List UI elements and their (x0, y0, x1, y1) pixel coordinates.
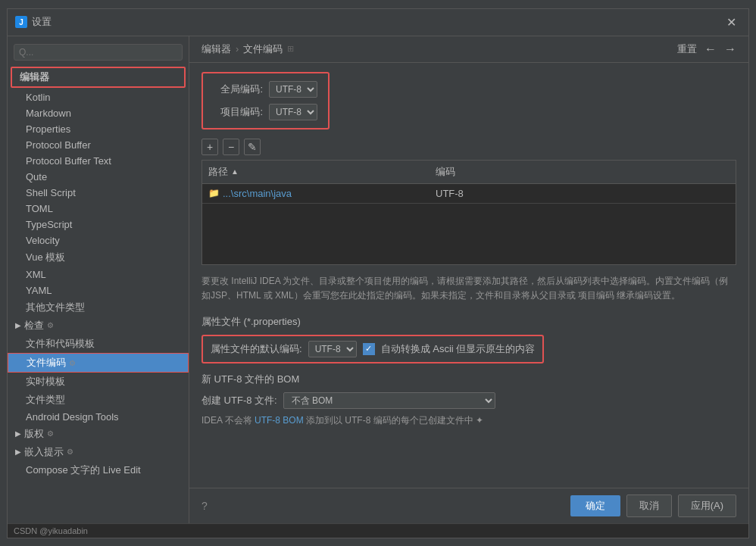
sidebar-item-markdown[interactable]: Markdown (8, 105, 189, 121)
setting-icon: ⚙ (47, 321, 54, 329)
header-actions: 重置 ← → (677, 42, 736, 56)
properties-encoding-select[interactable]: UTF-8 (308, 341, 357, 357)
info-text: 要更改 IntelliJ IDEA 为文件、目录或整个项目使用的编码，请根据需要… (201, 274, 736, 303)
sidebar-item-xml[interactable]: XML (8, 267, 189, 282)
properties-title: 属性文件 (*.properties) (201, 315, 736, 329)
title-bar: J 设置 ✕ (8, 9, 748, 36)
sidebar: 编辑器 Kotlin Markdown Properties Protocol … (8, 36, 189, 523)
properties-row: 属性文件的默认编码: UTF-8 自动转换成 Ascii 但显示原生的内容 (201, 335, 544, 363)
encoding-section: 全局编码: UTF-8 项目编码: UTF-8 (201, 72, 330, 129)
bom-info-highlight: UTF-8 BOM (255, 415, 304, 426)
edit-button[interactable]: ✎ (244, 139, 261, 155)
watermark-bar: CSDN @yikuadabin (8, 523, 748, 538)
global-encoding-select[interactable]: UTF-8 (269, 81, 317, 98)
search-input[interactable] (14, 44, 183, 61)
encoding-table: 路径 ▲ 编码 📁 ...\src\main\java UTF-8 (201, 160, 736, 265)
bom-create-select[interactable]: 不含 BOM (283, 392, 495, 409)
project-encoding-select[interactable]: UTF-8 (269, 104, 317, 120)
properties-section: 属性文件 (*.properties) 属性文件的默认编码: UTF-8 自动转… (201, 315, 736, 363)
bom-info-after: 添加到以 UTF-8 编码的每个已创建文件中 ✦ (304, 415, 483, 426)
close-button[interactable]: ✕ (722, 14, 741, 31)
sort-icon: ▲ (231, 167, 239, 176)
sidebar-item-protocol-buffer-text[interactable]: Protocol Buffer Text (8, 153, 189, 169)
dialog-content: 编辑器 Kotlin Markdown Properties Protocol … (8, 36, 748, 523)
path-cell: 📁 ...\src\main\java (202, 186, 430, 201)
sidebar-item-file-code-templates[interactable]: 文件和代码模板 (8, 335, 189, 353)
nav-forward-button[interactable]: → (724, 42, 736, 56)
bom-row: 创建 UTF-8 文件: 不含 BOM (201, 392, 736, 409)
sidebar-group-inlay-label: 嵌入提示 (24, 445, 64, 459)
properties-encoding-label: 属性文件的默认编码: (211, 342, 302, 356)
apply-button[interactable]: 应用(A) (678, 495, 736, 517)
table-empty-area (202, 204, 736, 264)
chevron-right-icon: ▶ (15, 321, 21, 329)
project-encoding-row: 项目编码: UTF-8 (214, 104, 317, 120)
sidebar-item-velocity[interactable]: Velocity (8, 232, 189, 248)
dialog-title: 设置 (32, 15, 52, 29)
sidebar-item-qute[interactable]: Qute (8, 169, 189, 185)
bom-info: IDEA 不会将 UTF-8 BOM 添加到以 UTF-8 编码的每个已创建文件… (201, 413, 736, 428)
remove-button[interactable]: − (223, 139, 239, 155)
encoding-cell: UTF-8 (430, 186, 736, 201)
bom-title: 新 UTF-8 文件的 BOM (201, 373, 736, 386)
sidebar-group-inspection-label: 检查 (24, 319, 44, 332)
table-header: 路径 ▲ 编码 (202, 161, 736, 184)
auto-convert-checkbox[interactable] (363, 343, 375, 355)
sidebar-section-editor[interactable]: 编辑器 (11, 67, 186, 88)
title-bar-left: J 设置 (15, 15, 52, 29)
sidebar-item-yaml[interactable]: YAML (8, 282, 189, 298)
ok-button[interactable]: 确定 (570, 495, 620, 516)
toolbar-row: + − ✎ (201, 139, 736, 155)
inlay-setting-icon: ⚙ (67, 448, 73, 456)
sidebar-item-compose-live-edit[interactable]: Compose 文字的 Live Edit (8, 461, 189, 479)
sidebar-group-copyright[interactable]: ▶ 版权 ⚙ (8, 425, 189, 443)
breadcrumb-icon: ⊞ (287, 44, 294, 54)
global-encoding-row: 全局编码: UTF-8 (214, 81, 317, 98)
sidebar-item-typescript[interactable]: TypeScript (8, 217, 189, 232)
auto-convert-label: 自动转换成 Ascii 但显示原生的内容 (381, 342, 536, 356)
sidebar-item-protocol-buffer[interactable]: Protocol Buffer (8, 137, 189, 153)
copyright-setting-icon: ⚙ (47, 429, 54, 438)
sidebar-item-properties[interactable]: Properties (8, 121, 189, 137)
bom-section: 新 UTF-8 文件的 BOM 创建 UTF-8 文件: 不含 BOM IDEA… (201, 373, 736, 428)
main-header: 编辑器 › 文件编码 ⊞ 重置 ← → (189, 36, 748, 63)
sidebar-item-file-encoding-label: 文件编码 (27, 357, 66, 368)
bom-info-before: IDEA 不会将 (201, 415, 255, 426)
breadcrumb-separator: › (236, 43, 239, 55)
watermark-text: CSDN @yikuadabin (14, 526, 88, 535)
sidebar-group-inspection[interactable]: ▶ 检查 ⚙ (8, 317, 189, 335)
col-path-header[interactable]: 路径 ▲ (202, 164, 430, 180)
sidebar-item-file-encoding[interactable]: 文件编码 ⚙ (8, 353, 189, 373)
sidebar-item-other-file-types[interactable]: 其他文件类型 (8, 298, 189, 317)
chevron-right-icon-copyright: ▶ (15, 429, 21, 438)
sidebar-item-android-design[interactable]: Android Design Tools (8, 409, 189, 425)
sidebar-group-inlay-hints[interactable]: ▶ 嵌入提示 ⚙ (8, 443, 189, 461)
sidebar-item-shell-script[interactable]: Shell Script (8, 185, 189, 201)
bottom-bar: ? 确定 取消 应用(A) (189, 488, 748, 523)
add-button[interactable]: + (201, 139, 218, 155)
folder-icon: 📁 (208, 188, 220, 198)
global-encoding-label: 全局编码: (214, 83, 263, 96)
breadcrumb: 编辑器 › 文件编码 ⊞ (201, 42, 294, 56)
main-content: 全局编码: UTF-8 项目编码: UTF-8 + − (189, 63, 748, 488)
cancel-button[interactable]: 取消 (626, 495, 672, 517)
sidebar-item-live-templates[interactable]: 实时模板 (8, 373, 189, 391)
app-icon: J (15, 16, 27, 28)
sidebar-item-toml[interactable]: TOML (8, 201, 189, 217)
table-row[interactable]: 📁 ...\src\main\java UTF-8 (202, 184, 736, 204)
nav-back-button[interactable]: ← (704, 42, 717, 56)
breadcrumb-editor: 编辑器 (201, 42, 231, 56)
chevron-right-icon-inlay: ▶ (15, 448, 21, 456)
col-encoding-header: 编码 (430, 164, 736, 180)
sidebar-item-vue[interactable]: Vue 模板 (8, 248, 189, 267)
sidebar-item-kotlin[interactable]: Kotlin (8, 89, 189, 105)
file-encoding-setting-icon: ⚙ (69, 359, 76, 367)
sidebar-group-copyright-label: 版权 (24, 427, 44, 441)
project-encoding-label: 项目编码: (214, 105, 263, 119)
breadcrumb-file-encoding: 文件编码 (243, 42, 283, 56)
sidebar-item-file-types[interactable]: 文件类型 (8, 391, 189, 409)
help-icon[interactable]: ? (201, 500, 208, 512)
bom-create-label: 创建 UTF-8 文件: (201, 394, 277, 407)
settings-dialog: J 设置 ✕ 编辑器 Kotlin Markdown Properties Pr… (7, 8, 749, 538)
reset-button[interactable]: 重置 (677, 42, 697, 56)
